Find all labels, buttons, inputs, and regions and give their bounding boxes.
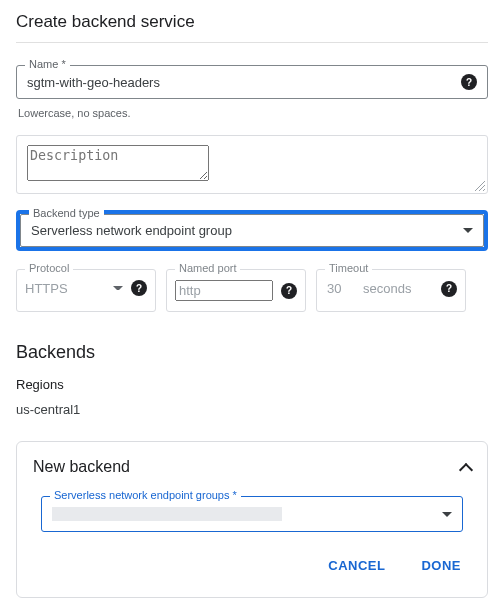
cancel-button[interactable]: CANCEL <box>324 552 389 579</box>
description-input[interactable] <box>27 145 209 181</box>
timeout-input[interactable] <box>325 280 355 297</box>
neg-select[interactable]: Serverless network endpoint groups * <box>41 496 463 532</box>
backend-type-select[interactable]: Serverless network endpoint group <box>21 215 483 246</box>
timeout-label: Timeout <box>325 262 372 274</box>
chevron-down-icon <box>442 512 452 517</box>
neg-selected-value-redacted <box>52 507 282 521</box>
protocol-label: Protocol <box>25 262 73 274</box>
page-title: Create backend service <box>16 12 488 42</box>
help-icon[interactable]: ? <box>281 283 297 299</box>
backend-type-highlight: Backend type Serverless network endpoint… <box>16 210 488 251</box>
help-icon[interactable]: ? <box>461 74 477 90</box>
neg-label: Serverless network endpoint groups * <box>50 489 241 501</box>
chevron-down-icon <box>463 228 473 233</box>
divider <box>16 42 488 43</box>
chevron-up-icon[interactable] <box>459 461 471 473</box>
backends-heading: Backends <box>16 342 488 363</box>
name-hint: Lowercase, no spaces. <box>18 107 486 119</box>
backend-type-value: Serverless network endpoint group <box>31 223 455 238</box>
protocol-value: HTTPS <box>25 281 105 296</box>
description-field-container <box>16 135 488 194</box>
timeout-unit: seconds <box>363 281 411 296</box>
resize-handle-icon <box>475 181 485 191</box>
regions-label: Regions <box>16 377 488 392</box>
help-icon[interactable]: ? <box>131 280 147 296</box>
name-input[interactable] <box>27 75 453 90</box>
backend-type-label: Backend type <box>29 207 104 219</box>
name-field-container: Name * ? <box>16 65 488 99</box>
named-port-label: Named port <box>175 262 240 274</box>
name-label: Name * <box>25 58 70 70</box>
new-backend-title: New backend <box>33 458 130 476</box>
new-backend-card: New backend Serverless network endpoint … <box>16 441 488 598</box>
chevron-down-icon <box>113 286 123 290</box>
region-value: us-central1 <box>16 402 488 417</box>
help-icon[interactable]: ? <box>441 281 457 297</box>
named-port-input[interactable] <box>175 280 273 301</box>
protocol-select[interactable]: HTTPS ? <box>17 270 155 306</box>
done-button[interactable]: DONE <box>417 552 465 579</box>
